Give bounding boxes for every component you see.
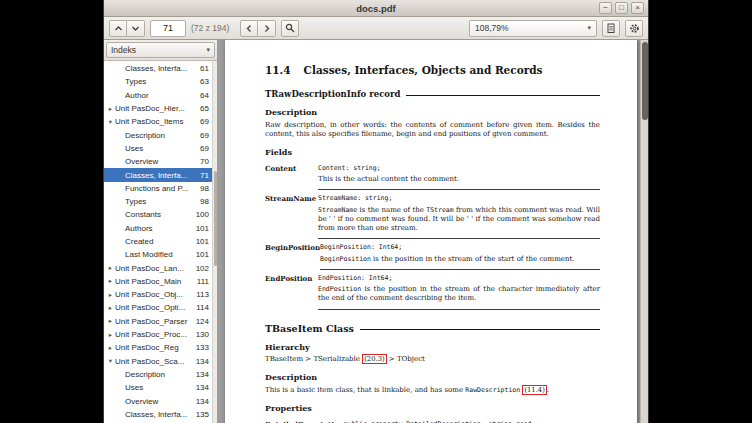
expander-open-icon[interactable]: ▾ bbox=[106, 118, 115, 126]
page-icon bbox=[606, 23, 616, 34]
page-view-button[interactable] bbox=[602, 20, 620, 37]
history-forward-button[interactable] bbox=[258, 20, 276, 37]
tree-item[interactable]: Authors101 bbox=[104, 222, 217, 235]
next-page-button[interactable] bbox=[127, 20, 145, 37]
field-body: BeginPosition: Int64;BeginPosition is th… bbox=[320, 243, 600, 270]
inline-code: BeginPosition bbox=[320, 255, 371, 263]
class-heading: TBaseItem Class bbox=[265, 323, 600, 334]
tree-item-page: 61 bbox=[200, 64, 209, 73]
tree-item[interactable]: Classes, Interfa...61 bbox=[104, 62, 217, 75]
tree-item[interactable]: Types98 bbox=[104, 195, 217, 208]
declaration-code: Content: string; bbox=[318, 164, 548, 173]
tree-item-page: 133 bbox=[196, 343, 209, 352]
tree-item[interactable]: Last Modified101 bbox=[104, 248, 217, 261]
tree-item-label: Description bbox=[125, 370, 193, 379]
expander-closed-icon[interactable]: ▸ bbox=[106, 331, 115, 339]
description-text: BeginPosition is the position in the str… bbox=[320, 255, 600, 264]
field-row: EndPositionEndPosition: Int64;EndPositio… bbox=[265, 270, 600, 310]
inline-code: RawDescription bbox=[465, 386, 520, 394]
expander-closed-icon[interactable]: ▸ bbox=[106, 264, 115, 272]
tree-item[interactable]: ▸Unit PasDoc_Obj...113 bbox=[104, 288, 217, 301]
previous-page-button[interactable] bbox=[109, 20, 127, 37]
tree-item-label: Description bbox=[125, 131, 197, 140]
tree-item[interactable]: ▸Unit PasDoc_Reg133 bbox=[104, 341, 217, 354]
tree-item[interactable]: ▾Unit PasDoc_Items69 bbox=[104, 115, 217, 128]
inline-code: StreamName bbox=[318, 206, 357, 214]
tree-item[interactable]: Classes, Interfa...71 bbox=[104, 168, 217, 181]
expander-open-icon[interactable]: ▾ bbox=[106, 357, 115, 365]
tree-item-page: 70 bbox=[200, 157, 209, 166]
description-text: StreamName is the name of the TStream fr… bbox=[318, 206, 600, 234]
expander-closed-icon[interactable]: ▸ bbox=[106, 291, 115, 299]
tree-item-label: Overview bbox=[125, 397, 193, 406]
tree-item[interactable]: Constants100 bbox=[104, 208, 217, 221]
close-button[interactable]: × bbox=[631, 2, 644, 14]
tree-item[interactable]: ▸Unit PasDoc_Main111 bbox=[104, 275, 217, 288]
sidebar-mode-combo[interactable]: Indeks ▾ bbox=[106, 42, 215, 58]
tree-item[interactable]: Uses134 bbox=[104, 381, 217, 394]
maximize-button[interactable]: □ bbox=[615, 2, 628, 14]
chevron-up-icon bbox=[114, 24, 123, 33]
tree-item-page: 134 bbox=[196, 397, 209, 406]
tree-item-label: Constants bbox=[125, 210, 193, 219]
document-view: 11.4 Classes, Interfaces, Objects and Re… bbox=[218, 40, 648, 423]
tree-item[interactable]: Description69 bbox=[104, 128, 217, 141]
tree-item[interactable]: Classes, Interfa...135 bbox=[104, 408, 217, 421]
field-name: StreamName bbox=[265, 194, 318, 239]
sidebar-scrollbar-thumb[interactable] bbox=[214, 171, 217, 266]
tree-item-page: 130 bbox=[196, 330, 209, 339]
tree-item[interactable]: Uses69 bbox=[104, 142, 217, 155]
class-description-heading: Description bbox=[265, 372, 600, 382]
chevron-right-icon bbox=[262, 24, 271, 33]
tree-item[interactable]: Functions and P...98 bbox=[104, 182, 217, 195]
tree-item[interactable]: ▸Unit PasDoc_Proc...130 bbox=[104, 328, 217, 341]
expander-closed-icon[interactable]: ▸ bbox=[106, 344, 115, 352]
tree-item-page: 124 bbox=[196, 317, 209, 326]
expander-closed-icon[interactable]: ▸ bbox=[106, 304, 115, 312]
text-span: . bbox=[547, 386, 549, 394]
tree-item[interactable]: ▸Unit PasDoc_Opti...114 bbox=[104, 301, 217, 314]
tree-item[interactable]: ▸Unit PasDoc_Parser124 bbox=[104, 315, 217, 328]
minimize-button[interactable]: − bbox=[599, 2, 612, 14]
toolbar: (72 z 194) 108,79% ▾ bbox=[104, 17, 648, 40]
search-button[interactable] bbox=[281, 20, 299, 37]
history-nav-group bbox=[240, 20, 276, 37]
zoom-combo[interactable]: 108,79% ▾ bbox=[469, 20, 597, 37]
text-span: is the position in the stream of the sta… bbox=[371, 255, 575, 263]
sidebar: Indeks ▾ Classes, Interfa...61Types63Aut… bbox=[104, 40, 218, 423]
titlebar[interactable]: docs.pdf − □ × bbox=[104, 0, 648, 17]
tree-item-label: Unit PasDoc_Main bbox=[115, 277, 194, 286]
tree-item[interactable]: ▾Unit PasDoc_Sca...134 bbox=[104, 355, 217, 368]
content-area: Indeks ▾ Classes, Interfa...61Types63Aut… bbox=[104, 40, 648, 423]
tree-item[interactable]: ▸Unit PasDoc_Lan...102 bbox=[104, 261, 217, 274]
text-span: Raw description, in other words: the con… bbox=[265, 121, 600, 138]
description-text: This is the actual content the comment. bbox=[318, 175, 600, 184]
tree-item-label: Unit PasDoc_Reg bbox=[115, 343, 193, 352]
page-ref-link[interactable]: (20.3) bbox=[362, 354, 386, 364]
tree-item[interactable]: Created101 bbox=[104, 235, 217, 248]
expander-closed-icon[interactable]: ▸ bbox=[106, 317, 115, 325]
tree-item[interactable]: Description134 bbox=[104, 368, 217, 381]
tree-item-page: 111 bbox=[197, 277, 209, 286]
tree-item[interactable]: Author64 bbox=[104, 89, 217, 102]
expander-closed-icon[interactable]: ▸ bbox=[106, 105, 115, 113]
tree-item[interactable]: ▸Unit PasDoc_Hier...65 bbox=[104, 102, 217, 115]
menu-button[interactable] bbox=[625, 20, 643, 37]
sidebar-scrollbar[interactable] bbox=[212, 61, 217, 423]
tree-item[interactable]: Overview70 bbox=[104, 155, 217, 168]
tree-item[interactable]: Types63 bbox=[104, 75, 217, 88]
tree-item-label: Unit PasDoc_Obj... bbox=[115, 290, 193, 299]
sidebar-header: Indeks ▾ bbox=[104, 40, 217, 61]
document-scrollbar-thumb[interactable] bbox=[642, 42, 648, 120]
declaration-code: EndPosition: Int64; bbox=[318, 274, 548, 283]
field-row: ContentContent: string;This is the actua… bbox=[265, 160, 600, 191]
tree-item[interactable]: Overview134 bbox=[104, 394, 217, 407]
page-ref-link[interactable]: (11.4) bbox=[522, 385, 546, 395]
history-back-button[interactable] bbox=[240, 20, 258, 37]
tree-item-label: Types bbox=[125, 197, 197, 206]
expander-closed-icon[interactable]: ▸ bbox=[106, 277, 115, 285]
document-scrollbar[interactable] bbox=[640, 40, 648, 423]
fields-table: ContentContent: string;This is the actua… bbox=[265, 160, 600, 310]
text-span: This is the actual content the comment. bbox=[318, 175, 459, 183]
page-number-input[interactable] bbox=[150, 20, 186, 37]
